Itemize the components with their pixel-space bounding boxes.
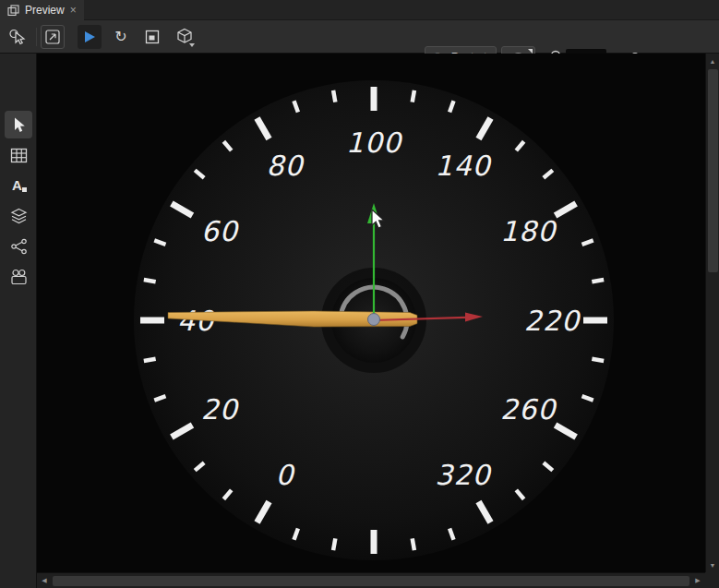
svg-text:320: 320 — [435, 459, 492, 491]
scroll-right-icon[interactable]: ▶ — [692, 573, 703, 588]
svg-text:0: 0 — [275, 459, 295, 491]
vertical-scrollbar[interactable]: ▲ ▼ — [705, 54, 719, 572]
reset-view-button[interactable]: ↻ — [109, 25, 133, 49]
horizontal-scrollbar-thumb[interactable] — [53, 576, 689, 586]
svg-text:60: 60 — [201, 215, 240, 247]
gauge-canvas[interactable]: 020406080100140180220260320 — [37, 54, 705, 572]
frame-select-icon — [44, 29, 61, 45]
gizmo-center-handle[interactable] — [368, 314, 380, 326]
svg-text:140: 140 — [435, 150, 492, 182]
vertical-scrollbar-thumb[interactable] — [708, 69, 718, 272]
sidebar-item-layers[interactable] — [5, 202, 32, 230]
fit-frame-icon — [144, 29, 161, 45]
scroll-up-icon[interactable]: ▲ — [706, 55, 719, 66]
svg-text:100: 100 — [346, 126, 403, 159]
tab-title: Preview — [25, 4, 65, 17]
sidebar-item-select-tool[interactable] — [5, 111, 32, 138]
horizontal-scrollbar[interactable]: ◀ ▶ — [37, 572, 705, 588]
camera-icon — [10, 269, 28, 285]
tab-bar: Preview × — [0, 0, 719, 20]
layers-icon — [10, 208, 28, 224]
pick-tool-button[interactable] — [6, 25, 30, 49]
svg-text:80: 80 — [266, 150, 305, 182]
table-grid-icon — [10, 148, 28, 163]
svg-text:260: 260 — [500, 393, 557, 426]
sidebar-item-connections[interactable] — [5, 233, 32, 260]
scroll-left-icon[interactable]: ◀ — [39, 573, 50, 588]
sidebar-item-table-view[interactable] — [5, 141, 32, 169]
tab-preview[interactable]: Preview × — [0, 0, 84, 20]
svg-text:A: A — [12, 177, 22, 193]
sidebar-item-camera[interactable] — [5, 263, 32, 291]
toolbar-separator — [36, 28, 37, 46]
cube-mode-button[interactable] — [174, 25, 198, 49]
font-a-icon: A — [10, 177, 28, 194]
pick-cursor-icon — [8, 28, 27, 46]
cube-3d-icon — [175, 27, 196, 47]
play-mode-button[interactable] — [78, 25, 102, 49]
scrollbar-corner — [705, 572, 719, 588]
connections-icon — [10, 238, 28, 255]
sidebar-item-text-tool[interactable]: A — [5, 172, 32, 199]
play-icon — [82, 30, 97, 44]
preview-toolbar: ↻ ↻ Restart 100% — [0, 20, 719, 54]
preview-tab-icon — [7, 5, 19, 17]
dropdown-caret-icon — [189, 43, 195, 47]
reset-view-icon: ↻ — [114, 30, 126, 44]
scroll-down-icon[interactable]: ▼ — [706, 559, 719, 570]
select-cursor-icon — [10, 116, 27, 133]
preview-canvas[interactable]: 020406080100140180220260320 — [37, 54, 705, 572]
svg-text:20: 20 — [201, 393, 240, 426]
svg-text:220: 220 — [524, 305, 581, 337]
tab-close-icon[interactable]: × — [70, 4, 77, 17]
frame-select-button[interactable] — [41, 25, 65, 49]
svg-text:180: 180 — [500, 215, 557, 247]
tool-sidebar: A — [0, 54, 37, 588]
fit-frame-button[interactable] — [140, 25, 164, 49]
